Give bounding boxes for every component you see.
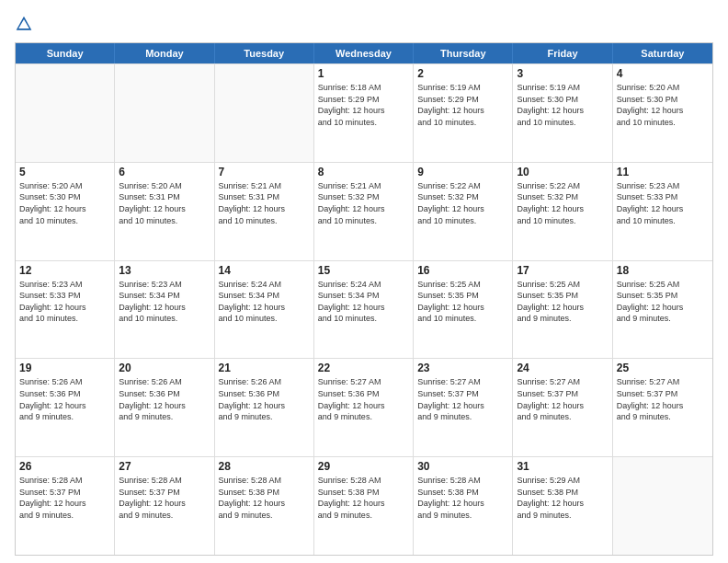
day-number: 3 (517, 67, 608, 80)
day-number: 4 (617, 67, 709, 80)
cal-cell: 29Sunrise: 5:28 AM Sunset: 5:38 PM Dayli… (314, 457, 414, 555)
day-info: Sunrise: 5:23 AM Sunset: 5:34 PM Dayligh… (119, 279, 210, 325)
day-number: 9 (417, 166, 508, 178)
day-info: Sunrise: 5:24 AM Sunset: 5:34 PM Dayligh… (219, 279, 310, 325)
cal-cell-empty (16, 64, 115, 162)
day-number: 29 (318, 460, 409, 473)
day-info: Sunrise: 5:26 AM Sunset: 5:36 PM Dayligh… (219, 376, 310, 422)
day-info: Sunrise: 5:28 AM Sunset: 5:38 PM Dayligh… (219, 475, 310, 521)
calendar-header-row: SundayMondayTuesdayWednesdayThursdayFrid… (16, 43, 712, 63)
logo (15, 15, 37, 33)
day-number: 11 (617, 166, 709, 178)
day-number: 10 (517, 166, 608, 178)
day-info: Sunrise: 5:19 AM Sunset: 5:30 PM Dayligh… (517, 82, 608, 128)
day-info: Sunrise: 5:29 AM Sunset: 5:38 PM Dayligh… (517, 475, 608, 521)
day-info: Sunrise: 5:23 AM Sunset: 5:33 PM Dayligh… (19, 279, 110, 325)
cal-header-cell: Tuesday (215, 43, 314, 63)
day-number: 5 (19, 166, 110, 178)
cal-cell: 13Sunrise: 5:23 AM Sunset: 5:34 PM Dayli… (115, 261, 214, 359)
day-info: Sunrise: 5:21 AM Sunset: 5:31 PM Dayligh… (219, 180, 310, 226)
cal-cell: 6Sunrise: 5:20 AM Sunset: 5:31 PM Daylig… (115, 163, 214, 260)
day-number: 25 (617, 362, 709, 374)
cal-cell: 26Sunrise: 5:28 AM Sunset: 5:37 PM Dayli… (16, 457, 115, 555)
day-info: Sunrise: 5:25 AM Sunset: 5:35 PM Dayligh… (617, 279, 709, 325)
day-info: Sunrise: 5:28 AM Sunset: 5:37 PM Dayligh… (19, 475, 110, 521)
cal-header-cell: Sunday (16, 43, 115, 63)
cal-cell: 18Sunrise: 5:25 AM Sunset: 5:35 PM Dayli… (613, 261, 712, 359)
cal-cell: 9Sunrise: 5:22 AM Sunset: 5:32 PM Daylig… (414, 163, 513, 260)
cal-cell: 25Sunrise: 5:27 AM Sunset: 5:37 PM Dayli… (613, 359, 712, 456)
cal-cell: 21Sunrise: 5:26 AM Sunset: 5:36 PM Dayli… (215, 359, 314, 456)
cal-header-cell: Thursday (414, 43, 513, 63)
cal-cell: 4Sunrise: 5:20 AM Sunset: 5:30 PM Daylig… (613, 64, 712, 162)
cal-cell: 3Sunrise: 5:19 AM Sunset: 5:30 PM Daylig… (513, 64, 612, 162)
day-info: Sunrise: 5:20 AM Sunset: 5:30 PM Dayligh… (19, 180, 110, 226)
day-info: Sunrise: 5:20 AM Sunset: 5:31 PM Dayligh… (119, 180, 210, 226)
cal-cell: 17Sunrise: 5:25 AM Sunset: 5:35 PM Dayli… (513, 261, 612, 359)
day-number: 24 (517, 362, 608, 374)
cal-cell: 31Sunrise: 5:29 AM Sunset: 5:38 PM Dayli… (513, 457, 612, 555)
day-info: Sunrise: 5:22 AM Sunset: 5:32 PM Dayligh… (517, 180, 608, 226)
cal-week: 19Sunrise: 5:26 AM Sunset: 5:36 PM Dayli… (16, 358, 712, 456)
cal-header-cell: Monday (115, 43, 214, 63)
day-info: Sunrise: 5:26 AM Sunset: 5:36 PM Dayligh… (119, 376, 210, 422)
day-number: 18 (617, 264, 709, 277)
day-number: 16 (417, 264, 508, 277)
cal-cell: 14Sunrise: 5:24 AM Sunset: 5:34 PM Dayli… (215, 261, 314, 359)
day-number: 13 (119, 264, 210, 277)
cal-cell: 23Sunrise: 5:27 AM Sunset: 5:37 PM Dayli… (414, 359, 513, 456)
day-info: Sunrise: 5:20 AM Sunset: 5:30 PM Dayligh… (617, 82, 709, 128)
cal-cell: 1Sunrise: 5:18 AM Sunset: 5:29 PM Daylig… (314, 64, 414, 162)
page: SundayMondayTuesdayWednesdayThursdayFrid… (0, 0, 728, 563)
cal-cell-empty (613, 457, 712, 555)
cal-cell: 30Sunrise: 5:28 AM Sunset: 5:38 PM Dayli… (414, 457, 513, 555)
day-number: 7 (219, 166, 310, 178)
cal-cell: 11Sunrise: 5:23 AM Sunset: 5:33 PM Dayli… (613, 163, 712, 260)
day-info: Sunrise: 5:27 AM Sunset: 5:36 PM Dayligh… (318, 376, 409, 422)
day-info: Sunrise: 5:28 AM Sunset: 5:38 PM Dayligh… (318, 475, 409, 521)
cal-cell: 22Sunrise: 5:27 AM Sunset: 5:36 PM Dayli… (314, 359, 414, 456)
day-number: 20 (119, 362, 210, 374)
cal-cell: 15Sunrise: 5:24 AM Sunset: 5:34 PM Dayli… (314, 261, 414, 359)
cal-week: 12Sunrise: 5:23 AM Sunset: 5:33 PM Dayli… (16, 260, 712, 359)
cal-week: 1Sunrise: 5:18 AM Sunset: 5:29 PM Daylig… (16, 63, 712, 162)
cal-week: 26Sunrise: 5:28 AM Sunset: 5:37 PM Dayli… (16, 456, 712, 555)
cal-cell: 7Sunrise: 5:21 AM Sunset: 5:31 PM Daylig… (215, 163, 314, 260)
day-number: 15 (318, 264, 409, 277)
day-info: Sunrise: 5:24 AM Sunset: 5:34 PM Dayligh… (318, 279, 409, 325)
day-info: Sunrise: 5:23 AM Sunset: 5:33 PM Dayligh… (617, 180, 709, 226)
day-number: 12 (19, 264, 110, 277)
day-number: 6 (119, 166, 210, 178)
day-info: Sunrise: 5:26 AM Sunset: 5:36 PM Dayligh… (19, 376, 110, 422)
cal-cell: 28Sunrise: 5:28 AM Sunset: 5:38 PM Dayli… (215, 457, 314, 555)
day-number: 23 (417, 362, 508, 374)
cal-cell: 27Sunrise: 5:28 AM Sunset: 5:37 PM Dayli… (115, 457, 214, 555)
day-info: Sunrise: 5:25 AM Sunset: 5:35 PM Dayligh… (517, 279, 608, 325)
day-number: 31 (517, 460, 608, 473)
cal-cell: 10Sunrise: 5:22 AM Sunset: 5:32 PM Dayli… (513, 163, 612, 260)
day-info: Sunrise: 5:28 AM Sunset: 5:37 PM Dayligh… (119, 475, 210, 521)
cal-cell-empty (215, 64, 314, 162)
day-info: Sunrise: 5:27 AM Sunset: 5:37 PM Dayligh… (517, 376, 608, 422)
header (15, 15, 713, 33)
day-number: 1 (318, 67, 409, 80)
cal-cell: 19Sunrise: 5:26 AM Sunset: 5:36 PM Dayli… (16, 359, 115, 456)
day-info: Sunrise: 5:27 AM Sunset: 5:37 PM Dayligh… (617, 376, 709, 422)
day-info: Sunrise: 5:27 AM Sunset: 5:37 PM Dayligh… (417, 376, 508, 422)
cal-cell: 8Sunrise: 5:21 AM Sunset: 5:32 PM Daylig… (314, 163, 414, 260)
day-number: 17 (517, 264, 608, 277)
day-info: Sunrise: 5:18 AM Sunset: 5:29 PM Dayligh… (318, 82, 409, 128)
calendar: SundayMondayTuesdayWednesdayThursdayFrid… (15, 42, 713, 556)
day-number: 21 (219, 362, 310, 374)
cal-cell: 16Sunrise: 5:25 AM Sunset: 5:35 PM Dayli… (414, 261, 513, 359)
calendar-body: 1Sunrise: 5:18 AM Sunset: 5:29 PM Daylig… (16, 63, 712, 555)
day-number: 26 (19, 460, 110, 473)
cal-week: 5Sunrise: 5:20 AM Sunset: 5:30 PM Daylig… (16, 162, 712, 260)
day-number: 14 (219, 264, 310, 277)
day-number: 2 (417, 67, 508, 80)
cal-cell: 12Sunrise: 5:23 AM Sunset: 5:33 PM Dayli… (16, 261, 115, 359)
day-number: 8 (318, 166, 409, 178)
day-number: 30 (417, 460, 508, 473)
day-info: Sunrise: 5:21 AM Sunset: 5:32 PM Dayligh… (318, 180, 409, 226)
cal-cell: 5Sunrise: 5:20 AM Sunset: 5:30 PM Daylig… (16, 163, 115, 260)
